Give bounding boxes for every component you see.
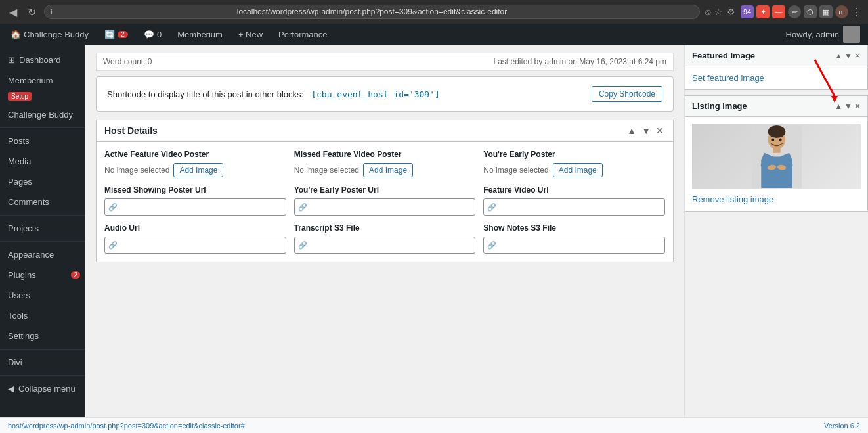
red-arrow-container [808, 57, 848, 104]
collapse-up-icon[interactable]: ▲ [626, 125, 638, 136]
transcript-s3-input[interactable] [294, 237, 476, 254]
listing-image-preview [692, 124, 861, 189]
collapse-down-icon[interactable]: ▼ [640, 125, 652, 136]
missed-video-poster-group: Missed Feature Video Poster No image sel… [294, 150, 476, 177]
reload-button[interactable]: ↻ [25, 5, 39, 20]
early-poster-url-input[interactable] [294, 198, 476, 216]
sidebar-separator-3 [0, 241, 85, 242]
copy-shortcode-button[interactable]: Copy Shortcode [592, 86, 662, 102]
shortcode-box: Shortcode to display title of this post … [96, 76, 674, 112]
ext-icon-1[interactable]: 94 [741, 5, 754, 18]
setup-badge[interactable]: Setup [8, 92, 32, 101]
sidebar-item-challenge-buddy[interactable]: Challenge Buddy [0, 104, 85, 125]
missed-poster-url-input[interactable] [104, 198, 286, 216]
early-poster-group: You're Early Poster No image selected Ad… [483, 150, 665, 177]
url-fields-row2: Audio Url 🔗 Transcript S3 File 🔗 [104, 223, 665, 254]
link-icon-1: 🔗 [108, 203, 118, 212]
red-arrow-icon [808, 57, 848, 103]
svg-point-11 [779, 138, 781, 141]
listing-image-body: Remove listing image [685, 117, 867, 211]
active-video-poster-label: Active Feature Video Poster [104, 150, 286, 159]
active-video-poster-group: Active Feature Video Poster No image sel… [104, 150, 286, 177]
memberium-link[interactable]: Memberium [175, 30, 225, 39]
early-poster-row: No image selected Add Image [483, 163, 665, 177]
image-fields-grid: Active Feature Video Poster No image sel… [104, 150, 665, 177]
sidebar-item-dashboard[interactable]: ⊞ Dashboard [0, 50, 85, 70]
wp-wrapper: ⊞ Dashboard Memberium Setup Challenge Bu… [0, 45, 868, 417]
feature-video-url-input[interactable] [483, 198, 665, 216]
feature-video-url-group: Feature Video Url 🔗 [483, 185, 665, 216]
lock-icon: ℹ [50, 8, 53, 16]
sidebar-item-posts[interactable]: Posts [0, 131, 85, 151]
set-featured-image-link[interactable]: Set featured image [692, 73, 764, 83]
svg-point-10 [771, 138, 774, 141]
updates-link[interactable]: 🔄 2 [102, 30, 131, 39]
sidebar-item-appearance[interactable]: Appearance [0, 244, 85, 265]
add-image-btn-2[interactable]: Add Image [363, 163, 413, 177]
feature-video-url-label: Feature Video Url [483, 185, 665, 194]
missed-video-poster-row: No image selected Add Image [294, 163, 476, 177]
share-icon[interactable]: ⎋ [705, 7, 710, 17]
link-icon-4: 🔗 [108, 241, 118, 250]
user-avatar[interactable]: m [835, 5, 848, 18]
missed-poster-url-label: Missed Showing Poster Url [104, 185, 286, 194]
sidebar-item-memberium[interactable]: Memberium [0, 70, 85, 91]
plugins-badge: 2 [71, 271, 80, 279]
remove-listing-image-link[interactable]: Remove listing image [692, 194, 773, 204]
listing-close-icon[interactable]: ✕ [854, 102, 861, 111]
sidebar-separator-1 [0, 127, 85, 128]
browser-chrome: ◀ ↻ ℹ localhost/wordpress/wp-admin/post.… [0, 0, 868, 24]
new-content-link[interactable]: + New [236, 30, 265, 39]
ext-icon-2[interactable]: ✦ [756, 5, 770, 18]
sidebar-item-comments[interactable]: Comments [0, 192, 85, 212]
sidebar-item-plugins[interactable]: Plugins 2 [0, 265, 85, 285]
missed-poster-url-wrapper: 🔗 [104, 198, 286, 216]
sidebar-item-pages[interactable]: Pages [0, 171, 85, 192]
featured-image-title: Featured Image [692, 51, 755, 60]
link-icon-2: 🔗 [298, 203, 307, 212]
close-icon[interactable]: ✕ [655, 125, 665, 136]
extensions-icon[interactable]: ⚙ [727, 7, 735, 17]
svg-rect-5 [773, 147, 780, 153]
collapse-icon: ◀ [8, 384, 14, 394]
person-image [750, 125, 803, 188]
status-bar: host/wordpress/wp-admin/post.php?post=30… [0, 417, 868, 433]
ext-icon-4[interactable]: ✏ [788, 5, 801, 18]
add-image-btn-1[interactable]: Add Image [173, 163, 223, 177]
sidebar-item-media[interactable]: Media [0, 151, 85, 171]
admin-avatar[interactable] [843, 26, 860, 43]
site-home-link[interactable]: 🏠 Challenge Buddy [8, 30, 91, 39]
show-notes-s3-label: Show Notes S3 File [483, 223, 665, 233]
show-notes-s3-input[interactable] [483, 237, 665, 254]
ext-icon-5[interactable]: ⬡ [804, 5, 817, 18]
performance-link[interactable]: Performance [276, 30, 330, 39]
add-image-btn-3[interactable]: Add Image [553, 163, 603, 177]
comments-link[interactable]: 💬 0 [141, 30, 164, 39]
audio-url-label: Audio Url [104, 223, 286, 233]
sidebar-item-settings[interactable]: Settings [0, 326, 85, 346]
show-notes-s3-group: Show Notes S3 File 🔗 [483, 223, 665, 254]
sidebar-item-tools[interactable]: Tools [0, 306, 85, 326]
sidebar-item-divi[interactable]: Divi [0, 352, 85, 373]
early-no-image: No image selected [483, 166, 548, 175]
url-bar[interactable]: ℹ localhost/wordpress/wp-admin/post.php?… [44, 5, 700, 19]
active-no-image: No image selected [104, 166, 169, 175]
menu-icon[interactable]: ⋮ [851, 6, 861, 18]
sidebar-item-collapse[interactable]: ◀ Collapse menu [0, 378, 85, 399]
sidebar-item-projects[interactable]: Projects [0, 218, 85, 239]
early-poster-url-group: You're Early Poster Url 🔗 [294, 185, 476, 216]
audio-url-input[interactable] [104, 237, 286, 254]
transcript-s3-wrapper: 🔗 [294, 237, 476, 254]
listing-image-title: Listing Image [692, 101, 747, 111]
ext-icon-6[interactable]: ▦ [819, 5, 833, 18]
back-button[interactable]: ◀ [7, 5, 20, 20]
featured-close-icon[interactable]: ✕ [854, 51, 861, 60]
star-icon[interactable]: ☆ [714, 7, 723, 17]
sidebar-item-users[interactable]: Users [0, 285, 85, 306]
transcript-s3-group: Transcript S3 File 🔗 [294, 223, 476, 254]
sidebar-separator-4 [0, 349, 85, 350]
word-count: Word count: 0 [103, 57, 152, 66]
transcript-s3-label: Transcript S3 File [294, 223, 476, 233]
ext-icon-3[interactable]: — [772, 5, 785, 18]
link-icon-6: 🔗 [487, 241, 496, 250]
